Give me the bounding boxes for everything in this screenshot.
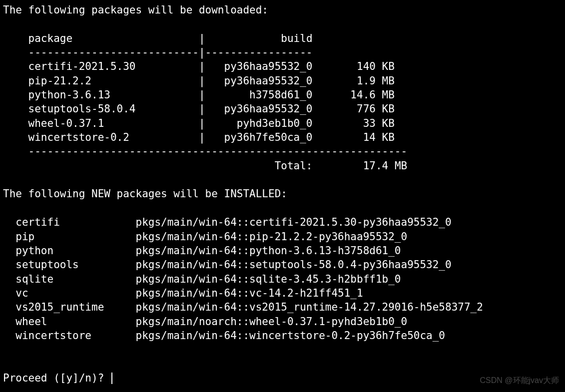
col-build: build bbox=[281, 32, 312, 44]
cursor bbox=[111, 373, 112, 384]
total-label: Total: bbox=[275, 160, 313, 172]
download-header: The following packages will be downloade… bbox=[3, 4, 268, 16]
proceed-prompt[interactable]: Proceed ([y]/n)? bbox=[3, 372, 110, 384]
terminal-output: The following packages will be downloade… bbox=[0, 0, 565, 385]
install-header: The following NEW packages will be INSTA… bbox=[3, 188, 287, 200]
total-value: 17.4 MB bbox=[363, 160, 408, 172]
watermark: CSDN @环能jvav大师 bbox=[480, 375, 559, 386]
col-package: package bbox=[28, 32, 73, 44]
